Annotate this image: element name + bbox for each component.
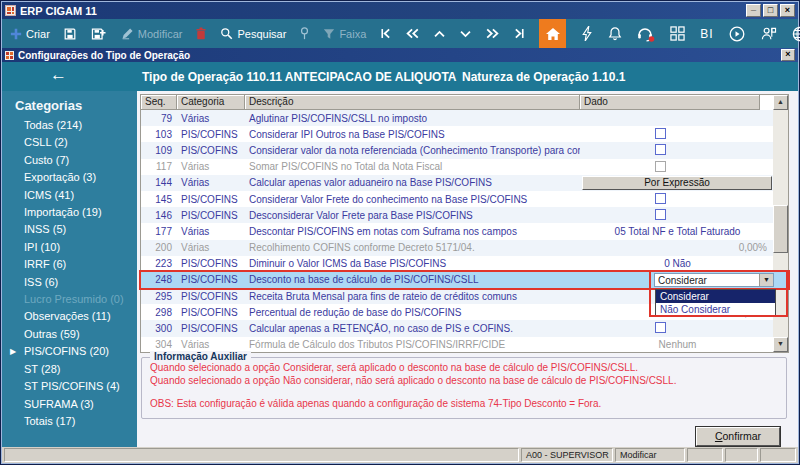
chevron-up-icon bbox=[433, 28, 446, 40]
dropdown-option-nao-considerar[interactable]: Não Considerar bbox=[656, 303, 775, 316]
sidebar-item-custo[interactable]: Custo (7) bbox=[2, 152, 137, 169]
play-circle-icon[interactable] bbox=[729, 26, 745, 42]
sidebar-item-csll[interactable]: CSLL (2) bbox=[2, 134, 137, 151]
sidebar-item-inss[interactable]: INSS (5) bbox=[2, 221, 137, 238]
checkbox[interactable] bbox=[655, 144, 666, 155]
back-arrow-icon[interactable]: ← bbox=[50, 65, 67, 85]
nav-first-button[interactable] bbox=[379, 27, 392, 40]
checkbox[interactable] bbox=[655, 128, 666, 139]
search-button[interactable]: Pesquisar bbox=[220, 27, 286, 40]
active-caret-icon: ▶ bbox=[10, 343, 16, 360]
table-row[interactable]: 79VáriasAglutinar PIS/COFINS/CSLL no imp… bbox=[141, 110, 788, 126]
lightning-icon[interactable] bbox=[581, 26, 593, 41]
globe-icon[interactable] bbox=[792, 26, 800, 42]
sidebar-item-irrf[interactable]: IRRF (6) bbox=[2, 256, 137, 273]
sidebar-item-importacao[interactable]: Importação (19) bbox=[2, 204, 137, 221]
bell-icon[interactable] bbox=[608, 26, 622, 41]
presenter-icon[interactable] bbox=[760, 26, 777, 41]
col-header-categoria[interactable]: Categoria bbox=[177, 95, 245, 110]
range-filter-button[interactable]: Faixa bbox=[323, 28, 366, 40]
save-button[interactable] bbox=[63, 27, 77, 41]
app-window: ERP CIGAM 11 Criar Modificar Pesquisar bbox=[0, 0, 800, 465]
combobox-arrow-icon[interactable]: ▼ bbox=[759, 274, 773, 286]
info-auxiliar-panel: Informação Auxiliar Quando selecionado a… bbox=[141, 357, 787, 419]
minimize-button[interactable] bbox=[746, 4, 761, 17]
close-button[interactable] bbox=[780, 4, 795, 17]
dialog-title: Configurações do Tipo de Operação bbox=[18, 50, 190, 61]
sidebar-item-st-pis-cofins[interactable]: ST PIS/COFINS (4) bbox=[2, 378, 137, 395]
save-new-button[interactable] bbox=[90, 27, 108, 41]
checkbox[interactable] bbox=[655, 209, 666, 220]
col-header-dado[interactable]: Dado bbox=[580, 95, 760, 110]
funnel-icon bbox=[323, 28, 335, 40]
sidebar-item-lucro-presumido[interactable]: Lucro Presumido (0) bbox=[2, 291, 137, 308]
apps-grid-icon[interactable] bbox=[670, 26, 685, 41]
sidebar-item-todas[interactable]: Todas (214) bbox=[2, 117, 137, 134]
confirm-button[interactable]: Confirmar bbox=[696, 427, 780, 446]
bi-button[interactable]: BI bbox=[700, 27, 713, 41]
table-row-selected[interactable]: 248PIS/COFINSDesconto na base de cálculo… bbox=[141, 272, 788, 288]
categories-sidebar: Categorias Todas (214) CSLL (2) Custo (7… bbox=[2, 91, 137, 447]
table-row[interactable]: 200VáriasRecolhimento COFINS conforme De… bbox=[141, 240, 788, 256]
table-row[interactable]: 177VáriasDescontar PIS/COFINS em notas c… bbox=[141, 223, 788, 239]
checkbox[interactable] bbox=[655, 322, 666, 333]
save-icon bbox=[63, 27, 77, 41]
plus-icon bbox=[10, 28, 22, 40]
sidebar-item-iss[interactable]: ISS (6) bbox=[2, 274, 137, 291]
info-line-1: Quando selecionado a opção Considerar, s… bbox=[150, 362, 778, 375]
double-chevron-right-icon bbox=[485, 27, 500, 40]
sidebar-title: Categorias bbox=[2, 91, 137, 117]
last-record-icon bbox=[513, 27, 526, 40]
sidebar-item-observacoes[interactable]: Observações (11) bbox=[2, 308, 137, 325]
por-expressao-button[interactable]: Por Expressão bbox=[582, 176, 772, 190]
col-header-seq[interactable]: Seq. bbox=[141, 95, 177, 110]
scroll-up-icon[interactable]: ▲ bbox=[773, 95, 788, 110]
pin-button[interactable] bbox=[299, 27, 310, 40]
nav-last-button[interactable] bbox=[513, 27, 526, 40]
table-row[interactable]: 300PIS/COFINSCalcular apenas a RETENÇÃO,… bbox=[141, 320, 788, 336]
nav-down-button[interactable] bbox=[459, 28, 472, 40]
home-icon bbox=[545, 26, 561, 42]
table-row[interactable]: 223PIS/COFINSDiminuir o Valor ICMS da Ba… bbox=[141, 256, 788, 272]
config-table: Seq. Categoria Descrição Dado 79VáriasAg… bbox=[140, 94, 789, 353]
sidebar-item-st[interactable]: ST (28) bbox=[2, 361, 137, 378]
nav-prev-button[interactable] bbox=[405, 27, 420, 40]
create-button[interactable]: Criar bbox=[10, 28, 50, 40]
status-spacer bbox=[4, 448, 519, 462]
sidebar-item-icms[interactable]: ICMS (41) bbox=[2, 187, 137, 204]
delete-button[interactable] bbox=[195, 27, 207, 40]
col-header-descricao[interactable]: Descrição bbox=[245, 95, 580, 110]
checkbox[interactable] bbox=[655, 193, 666, 204]
sidebar-item-suframa[interactable]: SUFRAMA (3) bbox=[2, 396, 137, 413]
dado-value: 05 Total NF e Total Faturado bbox=[580, 226, 775, 237]
dropdown-option-considerar[interactable]: Considerar bbox=[656, 290, 775, 303]
page-header: ← Tipo de Operação 110.11 ANTECIPACAO DE… bbox=[2, 62, 798, 91]
table-row[interactable]: 117VáriasSomar PIS/COFINS no Total da No… bbox=[141, 159, 788, 175]
considerar-combobox[interactable]: Considerar ▼ bbox=[654, 273, 774, 287]
table-row[interactable]: 103PIS/COFINSConsiderar IPI Outros na Ba… bbox=[141, 126, 788, 142]
table-row[interactable]: 145PIS/COFINSConsiderar Valor Frete do c… bbox=[141, 191, 788, 207]
sidebar-item-outras[interactable]: Outras (59) bbox=[2, 326, 137, 343]
window-titlebar: ERP CIGAM 11 bbox=[2, 2, 798, 19]
scrollbar-thumb[interactable] bbox=[773, 205, 788, 253]
headset-notification-icon[interactable] bbox=[637, 26, 655, 42]
table-row[interactable]: 144VáriasCalcular apenas valor aduaneiro… bbox=[141, 175, 788, 191]
sidebar-item-totais[interactable]: Totais (17) bbox=[2, 413, 137, 430]
nav-next-button[interactable] bbox=[485, 27, 500, 40]
dialog-close-button[interactable] bbox=[781, 49, 795, 61]
sidebar-item-pis-cofins-active[interactable]: ▶PIS/COFINS (20) bbox=[2, 343, 137, 360]
nav-up-button[interactable] bbox=[433, 28, 446, 40]
home-button-active[interactable] bbox=[539, 19, 566, 48]
table-row[interactable]: 146PIS/COFINSDesconsiderar Valor Frete p… bbox=[141, 207, 788, 223]
maximize-button[interactable] bbox=[763, 4, 778, 17]
dropdown-list: Considerar Não Considerar bbox=[655, 289, 776, 317]
cigam-logo-icon bbox=[5, 5, 16, 16]
modify-button[interactable]: Modificar bbox=[121, 27, 183, 40]
sidebar-item-exportacao[interactable]: Exportação (3) bbox=[2, 169, 137, 186]
table-row[interactable]: 109PIS/COFINSConsiderar valor da nota re… bbox=[141, 142, 788, 158]
dado-value: 0 Não bbox=[580, 258, 775, 269]
scroll-down-icon[interactable]: ▼ bbox=[773, 337, 788, 352]
page-title: Tipo de Operação 110.11 ANTECIPACAO DE A… bbox=[142, 70, 457, 84]
sidebar-item-ipi[interactable]: IPI (10) bbox=[2, 239, 137, 256]
first-record-icon bbox=[379, 27, 392, 40]
